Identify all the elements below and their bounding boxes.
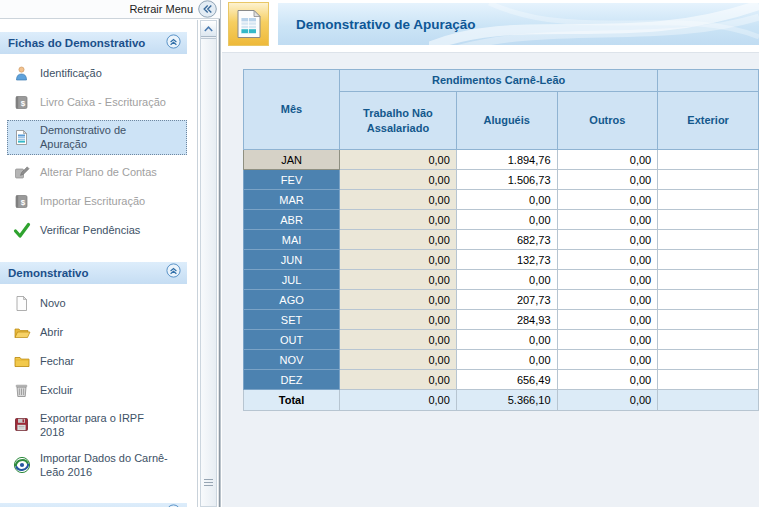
receita-logo-icon — [12, 456, 31, 474]
table-row: MAR0,000,000,00 — [244, 190, 759, 210]
month-cell[interactable]: JUN — [244, 250, 340, 270]
month-cell[interactable]: AGO — [244, 290, 340, 310]
chevron-up-icon — [204, 26, 213, 32]
retract-menu-button[interactable] — [197, 0, 217, 18]
value-cell: 656,49 — [456, 370, 557, 390]
table-row: AGO0,00207,730,00 — [244, 290, 759, 310]
month-cell[interactable]: DEZ — [244, 370, 340, 390]
sidebar-item-label: Alterar Plano de Contas — [40, 165, 157, 179]
floppy-icon — [12, 416, 31, 433]
sidebar-item-demonstrativo-de-apura-o[interactable]: Demonstrativo de Apuração — [7, 120, 187, 155]
value-cell: 0,00 — [340, 170, 457, 190]
table-row: MAI0,00682,730,00 — [244, 230, 759, 250]
value-cell — [658, 350, 759, 370]
value-cell: 0,00 — [340, 370, 457, 390]
sidebar: Fichas do DemonstrativoIdentificação$Liv… — [0, 20, 198, 507]
sidebar-item-excluir[interactable]: Excluir — [7, 379, 187, 402]
table-row: DEZ0,00656,490,00 — [244, 370, 759, 390]
value-cell: 1.506,73 — [456, 170, 557, 190]
value-cell: 0,00 — [456, 190, 557, 210]
value-cell: 0,00 — [456, 350, 557, 370]
total-value-cell: 0,00 — [340, 390, 457, 411]
month-cell[interactable]: NOV — [244, 350, 340, 370]
group-header-exterior — [658, 70, 759, 92]
section-title: Fichas do Demonstrativo — [8, 37, 145, 49]
sidebar-item-label: Importar Escrituração — [40, 194, 145, 208]
value-cell — [658, 330, 759, 350]
svg-text:$: $ — [21, 99, 26, 108]
sidebar-item-verificar-pend-ncias[interactable]: Verificar Pendências — [7, 219, 187, 242]
value-cell: 0,00 — [340, 330, 457, 350]
value-cell: 284,93 — [456, 310, 557, 330]
value-cell: 0,00 — [340, 310, 457, 330]
double-left-chevron-icon — [198, 0, 217, 18]
sidebar-item-fechar[interactable]: Fechar — [7, 350, 187, 373]
report-gold-icon — [228, 2, 269, 46]
section-header-imprimir[interactable]: Imprimir — [0, 503, 187, 507]
trash-icon — [12, 382, 31, 399]
column-header-alugueis: Aluguéis — [456, 92, 557, 150]
sidebar-item-livro-caixa-escritura-o: $Livro Caixa - Escrituração — [7, 91, 187, 114]
sidebar-item-label: Importar Dados do Carnê-Leão 2016 — [40, 451, 168, 480]
total-value-cell — [658, 390, 759, 411]
value-cell: 0,00 — [557, 270, 658, 290]
sidebar-item-identifica-o[interactable]: Identificação — [7, 62, 187, 85]
month-cell[interactable]: OUT — [244, 330, 340, 350]
closed-folder-icon — [12, 353, 31, 370]
section-header-fichas-do-demonstrativo[interactable]: Fichas do Demonstrativo — [0, 32, 187, 54]
value-cell — [658, 370, 759, 390]
month-cell[interactable]: JUL — [244, 270, 340, 290]
sidebar-item-alterar-plano-de-contas: Alterar Plano de Contas — [7, 161, 187, 184]
total-value-cell: 0,00 — [557, 390, 658, 411]
table-row: NOV0,000,000,00 — [244, 350, 759, 370]
collapse-chevrons-icon[interactable] — [166, 34, 181, 53]
sidebar-item-label: Demonstrativo de Apuração — [40, 123, 168, 152]
scrollbar-thumb[interactable] — [201, 38, 216, 506]
sidebar-item-novo[interactable]: Novo — [7, 292, 187, 315]
main-panel: Demonstrativo de Apuração Mês Rendimento… — [222, 0, 759, 507]
sidebar-item-label: Verificar Pendências — [40, 223, 140, 237]
scrollbar-up-button[interactable] — [201, 21, 216, 37]
value-cell: 1.894,76 — [456, 150, 557, 170]
month-cell[interactable]: SET — [244, 310, 340, 330]
sidebar-item-importar-dados-do-carn-le-o-2016[interactable]: Importar Dados do Carnê-Leão 2016 — [7, 448, 187, 483]
value-cell: 0,00 — [557, 330, 658, 350]
sidebar-item-label: Excluir — [40, 383, 73, 397]
total-row: Total0,005.366,100,00 — [244, 390, 759, 411]
sidebar-item-label: Identificação — [40, 66, 102, 80]
value-cell: 132,73 — [456, 250, 557, 270]
value-cell: 0,00 — [340, 350, 457, 370]
sidebar-item-abrir[interactable]: Abrir — [7, 321, 187, 344]
sidebar-item-label: Exportar para o IRPF 2018 — [40, 411, 168, 440]
month-cell[interactable]: MAR — [244, 190, 340, 210]
column-header-exterior: Exterior — [658, 92, 759, 150]
value-cell: 0,00 — [340, 150, 457, 170]
sidebar-topbar: Retrair Menu — [0, 0, 220, 19]
value-cell — [658, 170, 759, 190]
cash-book-icon: $ — [12, 94, 31, 111]
month-cell[interactable]: ABR — [244, 210, 340, 230]
edit-plan-icon — [12, 164, 31, 181]
sidebar-item-importar-escritura-o: $Importar Escrituração — [7, 190, 187, 213]
sidebar-item-label: Livro Caixa - Escrituração — [40, 95, 166, 109]
total-value-cell: 5.366,10 — [456, 390, 557, 411]
month-cell[interactable]: FEV — [244, 170, 340, 190]
section-header-demonstrativo[interactable]: Demonstrativo — [0, 262, 187, 284]
table-row: ABR0,000,000,00 — [244, 210, 759, 230]
month-cell[interactable]: MAI — [244, 230, 340, 250]
value-cell: 0,00 — [340, 250, 457, 270]
collapse-chevrons-icon[interactable] — [166, 263, 181, 282]
check-icon — [12, 222, 31, 239]
svg-text:$: $ — [21, 197, 26, 206]
retract-menu-label[interactable]: Retrair Menu — [129, 3, 193, 15]
table-row: JUN0,00132,730,00 — [244, 250, 759, 270]
sidebar-scrollbar[interactable] — [200, 20, 217, 507]
section-title: Demonstrativo — [8, 267, 89, 279]
table-row: OUT0,000,000,00 — [244, 330, 759, 350]
value-cell: 0,00 — [557, 350, 658, 370]
person-icon — [12, 65, 31, 82]
month-cell[interactable]: JAN — [244, 150, 340, 170]
value-cell: 0,00 — [456, 270, 557, 290]
table-row: JUL0,000,000,00 — [244, 270, 759, 290]
sidebar-item-exportar-para-o-irpf-2018[interactable]: Exportar para o IRPF 2018 — [7, 408, 187, 443]
